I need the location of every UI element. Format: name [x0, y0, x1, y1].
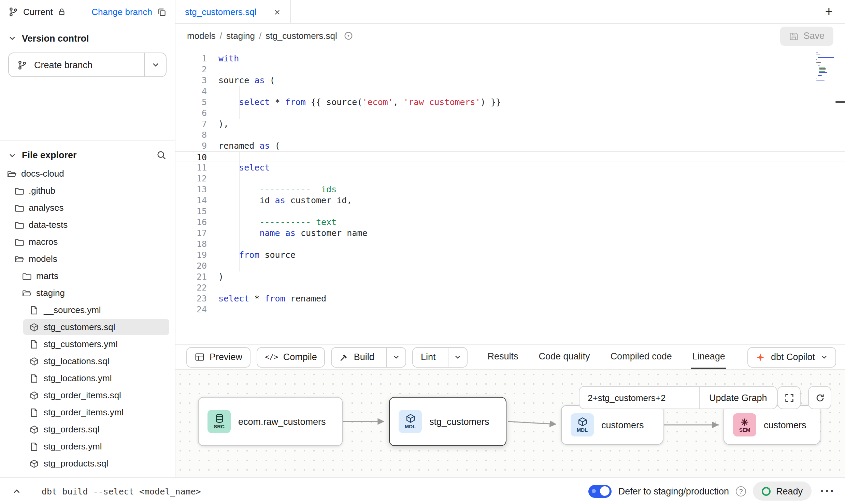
- code-line-6[interactable]: 6: [175, 108, 845, 119]
- file-tree-item-staging[interactable]: staging: [0, 284, 175, 301]
- file-tree-item-models[interactable]: models: [0, 250, 175, 267]
- code-line-24[interactable]: 24: [175, 304, 845, 315]
- code-line-9[interactable]: 9renamed as (: [175, 140, 845, 151]
- code-text: select: [207, 162, 270, 173]
- code-editor[interactable]: 1with23source as (45 select * from {{ so…: [175, 48, 845, 344]
- create-branch-main[interactable]: Create branch: [9, 53, 144, 76]
- file-tree-item-stg-orders-yml[interactable]: stg_orders.yml: [0, 438, 175, 455]
- file-status-icon[interactable]: [343, 31, 354, 41]
- tab-code-quality[interactable]: Code quality: [538, 345, 591, 369]
- code-line-10[interactable]: 10: [175, 151, 845, 162]
- lineage-node-src-ecom-raw-customers[interactable]: SRCecom.raw_customers: [198, 397, 343, 446]
- code-line-1[interactable]: 1with: [175, 53, 845, 64]
- build-dropdown[interactable]: [387, 347, 406, 367]
- tab-stg-customers-sql[interactable]: stg_customers.sql ×: [175, 0, 290, 23]
- code-line-22[interactable]: 22: [175, 282, 845, 293]
- code-line-20[interactable]: 20: [175, 261, 845, 271]
- scrollbar-thumb[interactable]: [835, 101, 845, 103]
- tab-results[interactable]: Results: [486, 345, 519, 369]
- collapse-panel-button[interactable]: [10, 484, 24, 498]
- model-icon: [29, 322, 39, 332]
- code-line-15[interactable]: 15: [175, 206, 845, 217]
- new-tab-button[interactable]: +: [813, 4, 845, 19]
- indent-guide: [239, 86, 240, 119]
- code-line-12[interactable]: 12: [175, 173, 845, 184]
- lineage-canvas[interactable]: SRCecom.raw_customersMDLstg_customersMDL…: [175, 370, 845, 477]
- file-tree-item-marts[interactable]: marts: [0, 267, 175, 284]
- create-branch-button[interactable]: Create branch: [8, 53, 167, 77]
- change-branch-link[interactable]: Change branch: [91, 7, 152, 17]
- code-line-21[interactable]: 21): [175, 271, 845, 282]
- update-graph-button[interactable]: Update Graph: [699, 386, 777, 409]
- code-line-2[interactable]: 2: [175, 64, 845, 75]
- fullscreen-icon: [784, 392, 794, 403]
- code-line-11[interactable]: 11 select: [175, 162, 845, 173]
- node-label: customers: [764, 420, 806, 430]
- code-line-3[interactable]: 3source as (: [175, 75, 845, 86]
- close-tab-icon[interactable]: ×: [274, 6, 281, 17]
- file-tree-item-sources-yml[interactable]: __sources.yml: [0, 301, 175, 318]
- build-button[interactable]: Build: [331, 347, 406, 367]
- tab-compiled-code[interactable]: Compiled code: [609, 345, 673, 369]
- code-line-19[interactable]: 19 from source: [175, 250, 845, 261]
- copilot-spark-icon: [756, 352, 765, 362]
- dbt-copilot-button[interactable]: dbt Copilot: [748, 347, 836, 367]
- lint-dropdown[interactable]: [448, 347, 467, 367]
- code-line-14[interactable]: 14 id as customer_id,: [175, 195, 845, 206]
- code-text: [207, 304, 218, 315]
- line-number: 11: [175, 162, 207, 173]
- preview-button[interactable]: Preview: [186, 347, 250, 367]
- file-tree-item-stg-customers-sql[interactable]: stg_customers.sql: [0, 318, 175, 336]
- code-text: source as (: [207, 75, 275, 86]
- code-line-23[interactable]: 23select * from renamed: [175, 293, 845, 304]
- breadcrumb-models[interactable]: models: [187, 31, 216, 41]
- compile-button[interactable]: </> Compile: [257, 347, 325, 367]
- file-tree-item-stg-order-items-sql[interactable]: stg_order_items.sql: [0, 387, 175, 404]
- lineage-selector-input[interactable]: [579, 386, 699, 409]
- breadcrumb-row: models/staging/stg_customers.sql Save: [175, 24, 845, 48]
- overflow-menu-button[interactable]: ···: [820, 485, 835, 497]
- lineage-node-mdl-stg-customers[interactable]: MDLstg_customers: [389, 397, 506, 446]
- build-main[interactable]: Build: [332, 347, 382, 367]
- copy-icon[interactable]: [157, 7, 167, 17]
- tab-lineage[interactable]: Lineage: [691, 345, 727, 369]
- defer-toggle[interactable]: [588, 485, 612, 498]
- file-tree-item-docs-cloud[interactable]: docs-cloud: [0, 165, 175, 182]
- save-button[interactable]: Save: [780, 26, 833, 45]
- breadcrumb-stg-customers-sql[interactable]: stg_customers.sql: [266, 31, 337, 41]
- fullscreen-button[interactable]: [777, 386, 801, 409]
- file-tree-item-stg-locations-yml[interactable]: stg_locations.yml: [0, 370, 175, 387]
- code-line-13[interactable]: 13 ---------- ids: [175, 184, 845, 195]
- version-control-header[interactable]: Version control: [0, 28, 175, 48]
- code-line-18[interactable]: 18: [175, 239, 845, 250]
- file-tree-item-stg-locations-sql[interactable]: stg_locations.sql: [0, 353, 175, 370]
- file-tree-item-data-tests[interactable]: data-tests: [0, 216, 175, 233]
- code-line-17[interactable]: 17 name as customer_name: [175, 228, 845, 239]
- refresh-button[interactable]: [808, 386, 831, 409]
- file-tree-item-stg-order-items-yml[interactable]: stg_order_items.yml: [0, 404, 175, 421]
- create-branch-dropdown[interactable]: [144, 53, 166, 76]
- lint-main[interactable]: Lint: [413, 347, 443, 367]
- code-line-5[interactable]: 5 select * from {{ source('ecom', 'raw_c…: [175, 97, 845, 108]
- file-tree-item-stg-orders-sql[interactable]: stg_orders.sql: [0, 421, 175, 438]
- minimap-line: [819, 67, 825, 68]
- file-explorer-header[interactable]: File explorer: [0, 140, 175, 164]
- breadcrumb-staging[interactable]: staging: [226, 31, 255, 41]
- ready-status-badge[interactable]: Ready: [753, 481, 812, 501]
- lineage-node-sem-customers[interactable]: SEMcustomers: [724, 405, 820, 445]
- file-tree-item-analyses[interactable]: analyses: [0, 199, 175, 216]
- code-line-8[interactable]: 8: [175, 130, 845, 140]
- file-tree-item-macros[interactable]: macros: [0, 233, 175, 250]
- file-tree-item-stg-products-sql[interactable]: stg_products.sql: [0, 455, 175, 472]
- lineage-node-mdl-customers[interactable]: MDLcustomers: [561, 405, 663, 445]
- file-tree-item-stg-customers-yml[interactable]: stg_customers.yml: [0, 336, 175, 353]
- lint-button[interactable]: Lint: [413, 347, 468, 367]
- file-tree-item-github[interactable]: .github: [0, 182, 175, 199]
- help-icon[interactable]: ?: [736, 486, 746, 496]
- line-number: 9: [175, 140, 207, 151]
- code-line-7[interactable]: 7),: [175, 119, 845, 130]
- code-line-4[interactable]: 4: [175, 86, 845, 97]
- code-line-16[interactable]: 16 ---------- text: [175, 217, 845, 228]
- minimap[interactable]: [816, 52, 834, 83]
- search-icon[interactable]: [156, 150, 167, 160]
